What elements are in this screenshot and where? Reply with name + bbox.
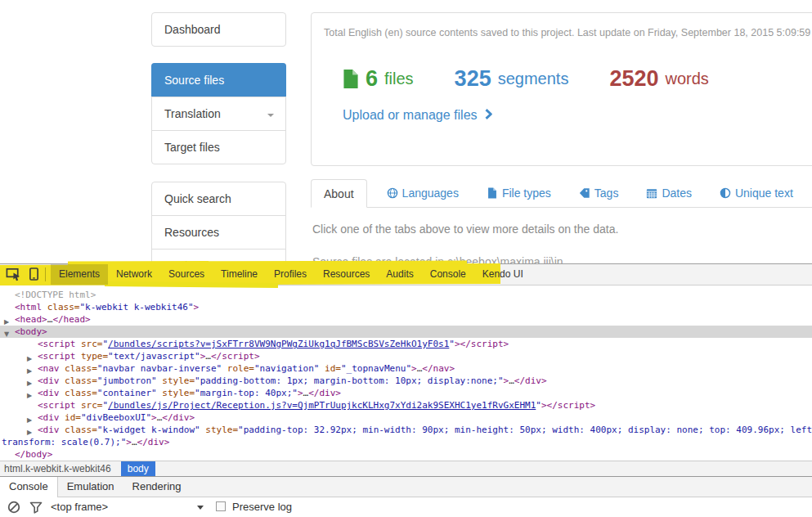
preserve-log-checkbox[interactable] [216, 501, 226, 511]
tab-file-types[interactable]: File types [478, 179, 559, 207]
drawer-tab-rendering[interactable]: Rendering [123, 477, 191, 497]
inspect-element-icon[interactable] [6, 267, 21, 281]
code-token: "k-widget k-window" [97, 425, 200, 435]
resource-link[interactable]: /bundles/js/Project/Reception.js?v=QjmPT… [108, 400, 536, 411]
code-token: > [194, 302, 200, 312]
code-token: <script [38, 351, 75, 362]
code-token: <div [38, 375, 60, 386]
devtools-dom-node[interactable]: ▶<div class="container" style="margin-to… [0, 387, 812, 399]
sidebar-item-target-files[interactable]: Target files [152, 130, 285, 164]
devtools-dom-node[interactable]: ▼<body> [0, 326, 812, 338]
code-token: </div> [162, 412, 195, 423]
code-token: … [509, 375, 514, 386]
tab-about[interactable]: About [311, 179, 367, 208]
devtools-tab-kendo-ui[interactable]: Kendo UI [474, 264, 532, 285]
chevron-right-icon [485, 108, 492, 123]
devtools-dom-node[interactable]: transform: scale(0.7);">…</div> [0, 436, 812, 448]
devtools-dom-node[interactable]: <script src="/bundles/js/Project/Recepti… [0, 399, 812, 411]
devtools-code-tree: <!DOCTYPE html><html class="k-webkit k-w… [0, 285, 812, 461]
clear-console-icon[interactable] [7, 501, 20, 514]
devtools-dom-node[interactable]: ▶<div class="k-widget k-window" style="p… [0, 424, 812, 436]
devtools-dom-node[interactable]: ▶<div class="jumbotron" style="padding-b… [0, 375, 812, 387]
stat-value: 325 [455, 66, 491, 92]
tab-languages[interactable]: Languages [379, 179, 467, 207]
upload-manage-files-link[interactable]: Upload or manage files [343, 108, 492, 123]
tags-icon [579, 187, 590, 199]
frame-context-select[interactable]: <top frame> [51, 501, 108, 513]
devtools-dom-node[interactable]: ▶<head>…</head> [0, 313, 812, 326]
sidebar-dashboard-card: Dashboard [151, 12, 286, 47]
calendar-icon [646, 187, 657, 199]
devtools-tab-console[interactable]: Console [422, 264, 474, 285]
filter-icon[interactable] [29, 501, 43, 514]
screen: Dashboard Source filesTranslationTarget … [0, 0, 812, 517]
code-token: "padding-bottom: 1px; margin-bottom: 10p… [195, 375, 504, 386]
devtools-tabs: ElementsNetworkSourcesTimelineProfilesRe… [51, 264, 532, 285]
code-token: "text/javascript" [108, 351, 200, 362]
code-token: </body> [15, 449, 52, 460]
devtools-dom-node[interactable]: </body> [0, 448, 812, 461]
devtools-dom-node[interactable]: <!DOCTYPE html> [0, 289, 812, 301]
code-token: src= [75, 339, 102, 349]
stat-label: words [665, 70, 708, 88]
code-token: "k-webkit k-webkit46" [79, 302, 193, 312]
drawer-tab-console[interactable]: Console [0, 477, 58, 497]
code-token: "jumbotron" [97, 375, 157, 386]
devtools-tab-elements[interactable]: Elements [51, 264, 108, 285]
code-token: src= [75, 400, 102, 411]
resource-link[interactable]: /bundles/scripts?v=jSxFTrr8VW9NgPWgZiUkg… [108, 339, 449, 349]
code-token: class= [60, 363, 97, 374]
summary-heading: Total English (en) source contents saved… [312, 13, 812, 38]
devtools-tab-network[interactable]: Network [108, 264, 160, 285]
tab-label: Unique text [735, 187, 793, 200]
code-token: transform: scale(0.7);" [2, 437, 126, 447]
code-token: <body> [15, 326, 47, 337]
sidebar-item-source-files[interactable]: Source files [151, 63, 286, 97]
devtools-tab-profiles[interactable]: Profiles [266, 264, 315, 285]
sidebar-item-dashboard[interactable]: Dashboard [152, 13, 285, 46]
code-token: class= [60, 425, 97, 435]
stats-row: 6files325segments2520words [343, 66, 812, 92]
detail-tabs: AboutLanguagesFile typesTagsDatesUnique … [311, 179, 812, 208]
devtools-dom-node[interactable]: <script src="/bundles/scripts?v=jSxFTrr8… [0, 338, 812, 350]
console-drawer-tabs: ConsoleEmulationRendering [0, 476, 812, 497]
stat-value: 6 [366, 66, 378, 92]
tab-label: Dates [662, 187, 692, 200]
code-token: </script> [211, 351, 260, 362]
tab-unique-text[interactable]: Unique text [711, 179, 801, 207]
code-token: style= [157, 388, 195, 398]
devtools-tab-audits[interactable]: Audits [378, 264, 421, 285]
chevron-down-icon [267, 114, 274, 117]
code-token: class= [42, 302, 79, 312]
device-mode-icon[interactable] [29, 267, 39, 281]
code-token: type= [75, 351, 108, 362]
devtools-dom-node[interactable]: ▶<script type="text/javascript">…</scrip… [0, 350, 812, 362]
devtools-dom-node[interactable]: ▶<div id="divBeeboxUI">…</div> [0, 411, 812, 424]
sidebar-item-translation[interactable]: Translation [152, 97, 285, 130]
tab-tags[interactable]: Tags [571, 179, 627, 207]
code-token: style= [157, 375, 195, 386]
code-token: role= [222, 363, 254, 374]
devtools-dom-node[interactable]: ▶<nav class="navbar navbar-inverse" role… [0, 362, 812, 375]
devtools-dom-node[interactable]: <html class="k-webkit k-webkit46"> [0, 301, 812, 313]
tab-dates[interactable]: Dates [638, 179, 700, 207]
code-token: class= [60, 375, 97, 386]
tab-label: Tags [594, 187, 619, 200]
sidebar-item-quick-search[interactable]: Quick search [152, 182, 285, 215]
chevron-down-icon[interactable] [197, 506, 204, 510]
breadcrumb-body-node[interactable]: body [121, 461, 155, 476]
drawer-tab-emulation[interactable]: Emulation [58, 477, 123, 497]
code-token: "margin-top: 40px;" [195, 388, 298, 398]
breadcrumb-html-node[interactable]: html.k-webkit.k-webkit46 [0, 461, 114, 476]
devtools-toolbar-icons [6, 267, 39, 281]
app-page: Dashboard Source filesTranslationTarget … [0, 0, 812, 263]
code-token: <div [38, 412, 60, 423]
stat-words: 2520words [609, 66, 708, 92]
file-icon [343, 69, 359, 89]
devtools-tab-sources[interactable]: Sources [160, 264, 213, 285]
devtools-tab-resources[interactable]: Resources [315, 264, 378, 285]
sidebar-item-resources[interactable]: Resources [152, 215, 285, 249]
devtools-tab-timeline[interactable]: Timeline [213, 264, 266, 285]
preserve-log-label: Preserve log [232, 501, 292, 513]
code-token: </div> [308, 388, 341, 398]
